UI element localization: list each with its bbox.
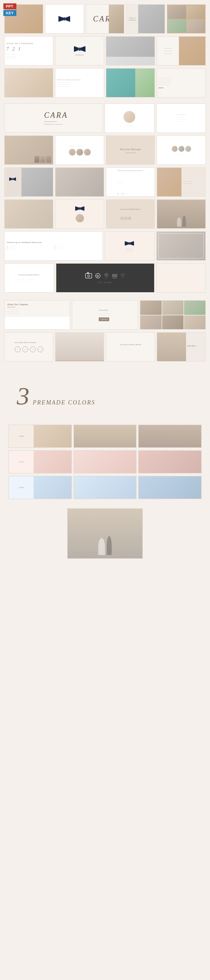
color-variants: CARA: [4, 425, 206, 506]
variant-row-2: CARA: [8, 450, 202, 473]
slide-preview-10[interactable]: [4, 68, 53, 98]
slide-preview-26[interactable]: Introducing Wedding Planner —————————— ☑…: [106, 199, 155, 229]
variant-2-slide-3[interactable]: [138, 450, 202, 473]
page-wrapper: PPT KEY: [0, 0, 210, 571]
bow-tie-icon: [58, 16, 70, 22]
slide-preview-23[interactable]: ——————————: [157, 167, 206, 197]
variant-3-slides: CARA: [8, 476, 202, 499]
slide-preview-22[interactable]: Find best tips Wedding & Honeymoon —————…: [106, 167, 155, 197]
slide-preview-16[interactable]: [4, 135, 53, 165]
variant-1-slide-1[interactable]: CARA: [8, 425, 72, 448]
key-badge: KEY: [3, 10, 16, 16]
slide-preview-4[interactable]: Title ofContents: [126, 4, 165, 34]
slide-preview-34[interactable]: Successfully Slideshow Married ✓ ✓ ✓ ✓: [4, 332, 53, 362]
row-1: CARA Title ofContents: [4, 4, 206, 34]
row-4: CARA Wedding Presentation —————: [4, 103, 206, 133]
bow-tie-icon-2: [74, 46, 86, 52]
slide-preview-18[interactable]: Welcome Message: [106, 135, 155, 165]
variant-2-slide-2[interactable]: [74, 450, 137, 473]
ppt-badge: PPT: [3, 3, 16, 9]
row-7: Introducing Wedding Planner —————————— ☑…: [4, 199, 206, 229]
slide-preview-36[interactable]: Successfully Slideshow Married —————————…: [106, 332, 155, 362]
variant-2-slides: CARA: [8, 450, 202, 473]
variant-1-slides: CARA: [8, 425, 202, 448]
spacer-2: [4, 364, 206, 372]
slide-about[interactable]: About Our Company ——————————————————————…: [4, 300, 70, 330]
row-8: Find best tips for Wedding & Honeymoon ◆…: [4, 231, 206, 261]
variant-row-1: CARA: [8, 425, 202, 448]
row-2: Title of Contents 721 ———————— ———————— …: [4, 36, 206, 66]
slide-preview-5[interactable]: [167, 4, 206, 34]
slide-preview-19[interactable]: —————: [157, 135, 206, 165]
premade-number: 3: [17, 383, 29, 409]
slide-preview-32[interactable]: [156, 263, 206, 293]
row-6: Find best tips Wedding & Honeymoon —————…: [4, 167, 206, 197]
slide-preview-21[interactable]: [55, 167, 104, 197]
photo-grid-element: [140, 301, 205, 329]
slide-preview-30[interactable]: [156, 231, 206, 261]
slide-preview-31[interactable]: Introducing Wedding Slideshow ——————————…: [4, 263, 54, 293]
bow-tie-small: [9, 177, 16, 181]
premade-colors-section: 3 Premade Colors: [4, 375, 206, 422]
toc-numbers: 721: [6, 46, 51, 52]
slide-preview-11[interactable]: How do we wish that good moment ————————…: [55, 68, 104, 98]
variant-3-slide-3[interactable]: [138, 476, 202, 499]
bow-tie-icon-3: [75, 206, 84, 211]
slide-preview-17[interactable]: ——————————: [55, 135, 104, 165]
final-photo: [4, 508, 206, 567]
slide-preview-15[interactable]: Title of Contents——————————————————: [156, 103, 206, 133]
variant-row-3: CARA: [8, 476, 202, 499]
slide-cara-large[interactable]: CARA Wedding Presentation: [4, 103, 103, 133]
slide-preview-33[interactable]: Contact Page ———————————————————— Click …: [72, 300, 138, 330]
slide-preview-20[interactable]: [4, 167, 53, 197]
slide-preview-37[interactable]: Date Here ——————: [157, 332, 206, 362]
spacer: [4, 295, 206, 298]
variant-3-slide-2[interactable]: [74, 476, 137, 499]
variant-1-slide-3[interactable]: [138, 425, 202, 448]
final-couple-slide[interactable]: [67, 508, 143, 559]
slide-preview-24[interactable]: [4, 199, 53, 229]
format-badges: PPT KEY: [3, 3, 16, 16]
bow-tie-icon-4: [125, 241, 134, 246]
slide-preview-2[interactable]: [45, 4, 84, 34]
row-11: Successfully Slideshow Married ✓ ✓ ✓ ✓: [4, 332, 206, 362]
slide-preview-13[interactable]: ————————————————————————————————————————…: [157, 68, 206, 98]
variant-2-slide-1[interactable]: CARA: [8, 450, 72, 473]
slide-photo-grid[interactable]: [140, 300, 206, 330]
variant-1-slide-2[interactable]: [74, 425, 137, 448]
slides-grid: CARA Title ofContents: [0, 0, 210, 571]
slide-preview-28[interactable]: Find best tips for Wedding & Honeymoon ◆…: [4, 231, 103, 261]
slide-preview-6[interactable]: Title of Contents 721 ———————— ———————— …: [4, 36, 53, 66]
slide-preview-12[interactable]: [106, 68, 155, 98]
slide-preview-8[interactable]: [106, 36, 155, 66]
row-10: About Our Company ——————————————————————…: [4, 300, 206, 330]
slide-preview-25[interactable]: [55, 199, 104, 229]
premade-text: Premade Colors: [33, 399, 95, 406]
row-5: —————————— Welcome Message: [4, 135, 206, 165]
row-3: How do we wish that good moment ————————…: [4, 68, 206, 98]
slide-icons-dark[interactable]: ♡ Our design: [56, 263, 155, 293]
slide-preview-3[interactable]: CARA: [86, 4, 125, 34]
variant-3-slide-1[interactable]: CARA: [8, 476, 72, 499]
slide-preview-29[interactable]: ——————————: [105, 231, 155, 261]
slide-preview-35[interactable]: [55, 332, 104, 362]
slide-preview-14[interactable]: —————: [105, 103, 155, 133]
slide-preview-7[interactable]: Introduction: [55, 36, 104, 66]
slide-preview-27[interactable]: [157, 199, 206, 229]
slide-preview-9[interactable]: ———————————————: [157, 36, 206, 66]
row-9: Introducing Wedding Slideshow ——————————…: [4, 263, 206, 293]
